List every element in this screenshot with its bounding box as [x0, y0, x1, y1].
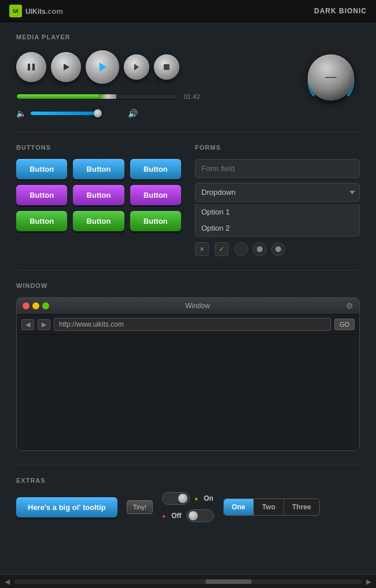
checkbox-check[interactable]: ✓: [215, 242, 228, 256]
knob-mark: [325, 77, 337, 78]
buttons-forms-section: BUTTONS Button Button Button Button Butt…: [16, 144, 360, 256]
logo: UI UIKits.com: [9, 5, 63, 17]
progress-fill: [17, 94, 116, 99]
go-button[interactable]: GO: [334, 319, 355, 330]
next-button[interactable]: [124, 54, 149, 80]
dropdown-select[interactable]: Dropdown Option 1 Option 2: [195, 183, 360, 202]
forms-title: FORMS: [195, 144, 360, 151]
logo-icon: UI: [9, 5, 22, 17]
volume-high-icon: 🔊: [128, 109, 138, 118]
url-field[interactable]: [54, 318, 331, 331]
window-addressbar: ◀ ▶ GO: [17, 315, 359, 335]
progress-track[interactable]: [16, 94, 178, 99]
seg-three-button[interactable]: Three: [284, 499, 319, 515]
brand-label: DARK BIONIC: [314, 7, 367, 15]
buttons-title: BUTTONS: [16, 144, 181, 151]
toggle-off-row: ● Off: [162, 509, 213, 522]
volume-low-icon: 🔈: [16, 109, 26, 118]
on-label: On: [204, 494, 213, 502]
toggle-off-thumb: [189, 511, 198, 520]
progress-time: 01:42: [184, 93, 202, 100]
scroll-track[interactable]: [14, 579, 362, 584]
green-button-3[interactable]: Button: [130, 211, 181, 231]
extras-title: EXTRAS: [16, 477, 360, 484]
on-dot: ●: [194, 495, 198, 502]
green-button-2[interactable]: Button: [73, 211, 124, 231]
blue-button-2[interactable]: Button: [73, 159, 124, 179]
pause-button[interactable]: [16, 52, 46, 82]
toggle-off-track[interactable]: [186, 509, 214, 522]
window-title: WINDOW: [16, 282, 360, 289]
media-controls: [16, 50, 202, 84]
back-button[interactable]: ◀: [21, 319, 34, 330]
dropdown-wrapper: Dropdown Option 1 Option 2: [195, 183, 360, 202]
window-dots: [23, 302, 49, 309]
window-titlebar: Window ⚙: [17, 298, 359, 315]
scroll-right-arrow[interactable]: ▶: [366, 578, 371, 586]
dot-close[interactable]: [23, 302, 30, 309]
play-button[interactable]: [51, 52, 81, 82]
dot-minimize[interactable]: [32, 302, 39, 309]
svg-rect-1: [32, 64, 35, 71]
stop-button[interactable]: [154, 54, 179, 80]
toggle-switch-group: ● On ● Off: [162, 492, 213, 522]
volume-thumb: [94, 109, 102, 117]
blue-button-3[interactable]: Button: [130, 159, 181, 179]
bottom-scrollbar: ◀ ▶: [0, 574, 376, 588]
dropdown-option-2[interactable]: Option 2: [196, 220, 359, 236]
radio-btn-3[interactable]: [271, 242, 285, 256]
toggle-on-thumb: [178, 494, 187, 503]
seg-two-button[interactable]: Two: [254, 499, 284, 515]
window-frame: Window ⚙ ◀ ▶ GO: [16, 297, 360, 451]
dropdown-option-1[interactable]: Option 1: [196, 204, 359, 220]
purple-button-3[interactable]: Button: [130, 185, 181, 205]
buttons-col: BUTTONS Button Button Button Button Butt…: [16, 144, 181, 256]
scroll-left-arrow[interactable]: ◀: [5, 578, 10, 586]
checkbox-x[interactable]: ×: [195, 242, 209, 256]
logo-text: UIKits.com: [25, 5, 63, 17]
gear-icon[interactable]: ⚙: [346, 301, 353, 310]
forward-button[interactable]: ▶: [38, 319, 50, 330]
toggle-row: × ✓: [195, 242, 360, 256]
toggle-on-track[interactable]: [162, 492, 190, 505]
dropdown-list: Option 1 Option 2: [195, 204, 360, 236]
window-section: WINDOW Window ⚙ ◀ ▶ GO: [16, 282, 360, 451]
purple-button-2[interactable]: Button: [73, 185, 124, 205]
window-name: Window: [54, 302, 341, 310]
play-active-button[interactable]: [86, 50, 119, 84]
button-grid: Button Button Button Button Button Butto…: [16, 159, 181, 231]
toggle-on-row: ● On: [162, 492, 213, 505]
dot-maximize[interactable]: [42, 302, 49, 309]
volume-area: 🔈 🔊: [16, 109, 360, 118]
svg-marker-3: [99, 62, 106, 72]
main-content: MEDIA PLAYER: [0, 22, 376, 548]
seg-one-button[interactable]: One: [224, 499, 254, 515]
svg-marker-2: [64, 64, 69, 71]
svg-rect-0: [28, 64, 30, 71]
knob[interactable]: [308, 54, 354, 101]
off-dot: ●: [162, 513, 165, 519]
media-player-section: MEDIA PLAYER: [16, 34, 360, 118]
volume-fill: [31, 112, 95, 115]
tiny-button[interactable]: Tiny!: [127, 500, 153, 514]
header: UI UIKits.com DARK BIONIC: [0, 0, 376, 22]
svg-marker-4: [134, 64, 139, 71]
radio-btn-2[interactable]: [253, 242, 267, 256]
blue-button-1[interactable]: Button: [16, 159, 67, 179]
tooltip-button[interactable]: Here's a big ol' tooltip: [16, 497, 117, 517]
green-button-1[interactable]: Button: [16, 211, 67, 231]
extras-row: Here's a big ol' tooltip Tiny! ● On ● Of…: [16, 492, 360, 522]
radio-group: [234, 242, 285, 256]
window-viewport: [17, 335, 359, 450]
purple-button-1[interactable]: Button: [16, 185, 67, 205]
progress-area: 01:42: [16, 93, 202, 100]
volume-knob-container: [302, 49, 360, 106]
scroll-thumb: [205, 579, 252, 584]
form-field-input[interactable]: [195, 159, 360, 178]
forms-col: FORMS Dropdown Option 1 Option 2 Option …: [195, 144, 360, 256]
extras-section: EXTRAS Here's a big ol' tooltip Tiny! ● …: [16, 477, 360, 522]
segmented-control: One Two Three: [223, 498, 320, 516]
volume-track[interactable]: [31, 112, 123, 115]
radio-btn-1[interactable]: [234, 242, 248, 256]
svg-rect-5: [164, 64, 169, 70]
